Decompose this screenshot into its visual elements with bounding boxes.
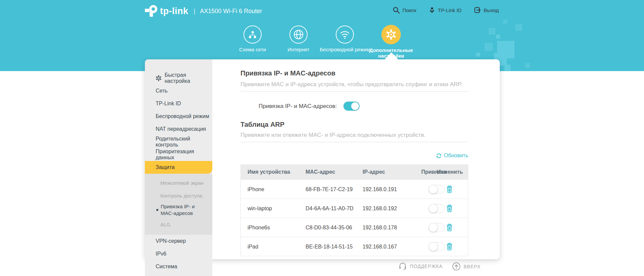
trash-icon [446, 205, 453, 212]
bind-toggle[interactable] [429, 223, 445, 232]
device-ip: 192.168.0.191 [363, 180, 397, 199]
refresh-icon [436, 153, 442, 159]
decor-square [525, 63, 530, 68]
submenu-item-alg[interactable]: ALG [145, 218, 212, 231]
device-name: win-laptop [248, 199, 272, 218]
submenu-item-firewall[interactable]: Межсетевой экран [145, 176, 212, 189]
tplink-id-label: TP-Link ID [438, 7, 462, 13]
submenu-item-label: Привязка IP- и MAC-адресов [161, 203, 204, 217]
page: tp-link | AX1500 Wi-Fi 6 Router Поиск TP… [0, 0, 644, 276]
support-label: ПОДДЕРЖКА [410, 264, 443, 269]
col-header-mac: MAC-адрес [306, 164, 335, 180]
refresh-button[interactable]: Обновить [436, 152, 468, 159]
wifi-icon [339, 30, 350, 39]
decor-square [489, 28, 495, 35]
content-panel: Привязка IP- и MAC-адресов Привяжите MAC… [212, 59, 500, 259]
back-to-top-link[interactable]: ВВЕРХ [452, 262, 481, 271]
device-mac: 68-FB-7E-17-C2-19 [306, 180, 353, 199]
arp-section-title: Таблица ARP [240, 121, 468, 128]
globe-icon [293, 29, 304, 40]
col-header-ip: IP-адрес [363, 164, 385, 180]
bind-toggle[interactable] [429, 242, 445, 251]
decor-square [496, 35, 500, 39]
back-to-top-label: ВВЕРХ [464, 264, 481, 269]
binding-toggle-label: Привязка IP- и MAC-адресов: [259, 103, 337, 110]
sidebar-item-label: VPN-сервер [156, 238, 186, 244]
toggle-knob [429, 185, 438, 194]
sidebar-item-quick-setup[interactable]: Быстрая настройка [145, 72, 212, 85]
sidebar-item-label: Система [156, 264, 177, 270]
security-submenu: Межсетевой экран Контроль доступа Привяз… [145, 174, 212, 235]
sidebar-item-vpn-server[interactable]: VPN-сервер [145, 235, 212, 247]
binding-section-title: Привязка IP- и MAC-адресов [240, 69, 468, 77]
submenu-item-access-control[interactable]: Контроль доступа [145, 189, 212, 202]
toggle-knob [429, 204, 438, 213]
refresh-row: Обновить [240, 152, 468, 159]
logout-button[interactable]: Выход [474, 7, 499, 13]
device-mac: BE-EB-18-14-51-15 [306, 237, 353, 256]
col-header-edit: Изменить [437, 164, 463, 180]
sidebar-item-parental-control[interactable]: Родительский контроль [145, 135, 212, 148]
search-icon [393, 7, 400, 14]
toggle-knob [429, 223, 438, 232]
topbar-actions: Поиск TP-Link ID Выход [393, 0, 499, 20]
decor-square [516, 24, 522, 31]
bind-toggle[interactable] [429, 185, 445, 194]
binding-section-description: Привяжите MAC и IP-адреса устройств, что… [240, 81, 468, 88]
up-arrow-icon [452, 262, 461, 271]
col-header-device-name: Имя устройства [248, 164, 290, 180]
tplink-logo-icon [145, 5, 158, 17]
table-row: iPhone6s C8-D0-83-44-35-06 192.168.0.178 [241, 218, 468, 237]
sidebar: Быстрая настройка Сеть TP-Link ID Беспро… [145, 59, 212, 276]
decor-square [504, 65, 511, 71]
device-mac: D4-6A-6A-11-A0-7D [306, 199, 354, 218]
sidebar-item-label: Беспроводной режим [156, 113, 209, 119]
trash-icon [446, 243, 453, 251]
sidebar-item-label: Родительский контроль [156, 136, 212, 148]
binding-toggle-row: Привязка IP- и MAC-адресов: [240, 102, 468, 111]
sidebar-item-qos[interactable]: Приоритезация данных [145, 148, 212, 161]
submenu-item-label: Контроль доступа [160, 193, 202, 199]
tplink-id-button[interactable]: TP-Link ID [429, 7, 462, 13]
divider [240, 142, 468, 142]
sidebar-item-network[interactable]: Сеть [145, 85, 212, 97]
active-bullet [156, 209, 158, 211]
toggle-knob [351, 102, 359, 110]
delete-button[interactable] [446, 185, 453, 195]
brand-separator: | [194, 8, 196, 15]
sidebar-item-wireless[interactable]: Беспроводной режим [145, 110, 212, 123]
sidebar-item-label: IPv6 [156, 251, 166, 257]
quick-setup-gear-icon [156, 75, 162, 81]
search-button[interactable]: Поиск [393, 7, 417, 14]
bind-toggle[interactable] [429, 204, 445, 213]
support-link[interactable]: ПОДДЕРЖКА [398, 262, 443, 270]
sidebar-item-system[interactable]: Система [145, 260, 212, 273]
sidebar-item-tplink-id[interactable]: TP-Link ID [145, 97, 212, 110]
search-label: Поиск [402, 7, 417, 13]
table-row: iPad BE-EB-18-14-51-15 192.168.0.167 [241, 237, 468, 256]
device-ip: 192.168.0.167 [363, 237, 397, 256]
sidebar-item-label: Сеть [156, 88, 168, 94]
sidebar-item-label: Быстрая настройка [165, 72, 212, 84]
headset-icon [398, 262, 407, 270]
submenu-item-ip-mac-binding[interactable]: Привязка IP- и MAC-адресов [145, 202, 212, 218]
binding-toggle[interactable] [343, 102, 360, 111]
sidebar-item-label: TP-Link ID [156, 101, 181, 107]
submenu-item-label: ALG [160, 222, 170, 227]
delete-button[interactable] [446, 243, 453, 252]
delete-button[interactable] [446, 224, 453, 233]
arp-table: Имя устройства MAC-адрес IP-адрес Привяз… [240, 164, 468, 256]
sidebar-item-label: Приоритезация данных [156, 149, 212, 161]
sidebar-item-security[interactable]: Защита [145, 161, 212, 174]
refresh-label: Обновить [444, 153, 468, 159]
sidebar-item-ipv6[interactable]: IPv6 [145, 247, 212, 260]
trash-icon [446, 224, 453, 231]
arp-section-description: Привяжите или отвяжите MAC- и IP-адреса … [240, 132, 468, 139]
sidebar-item-nat[interactable]: NAT переадресация [145, 123, 212, 135]
router-model-title: AX1500 Wi-Fi 6 Router [200, 8, 262, 15]
active-nav-pointer [384, 52, 399, 60]
device-mac: C8-D0-83-44-35-06 [306, 218, 352, 237]
table-header-row: Имя устройства MAC-адрес IP-адрес Привяз… [241, 164, 468, 180]
decor-square [485, 43, 493, 51]
delete-button[interactable] [446, 205, 453, 214]
